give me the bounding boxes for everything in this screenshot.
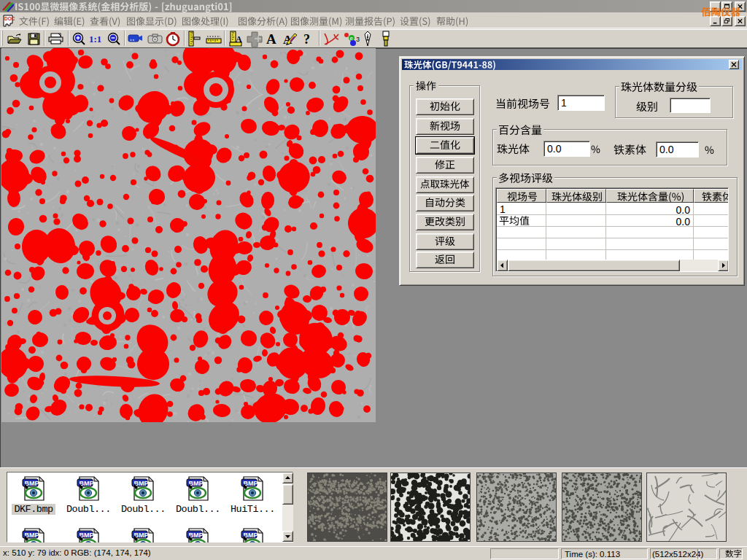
svg-text:A: A xyxy=(266,31,276,47)
svg-text:3: 3 xyxy=(356,36,360,43)
svg-text:?: ? xyxy=(303,32,310,47)
svg-text:1:1: 1:1 xyxy=(89,34,101,44)
svg-text:A: A xyxy=(236,34,242,44)
svg-text:DOC: DOC xyxy=(4,16,15,21)
